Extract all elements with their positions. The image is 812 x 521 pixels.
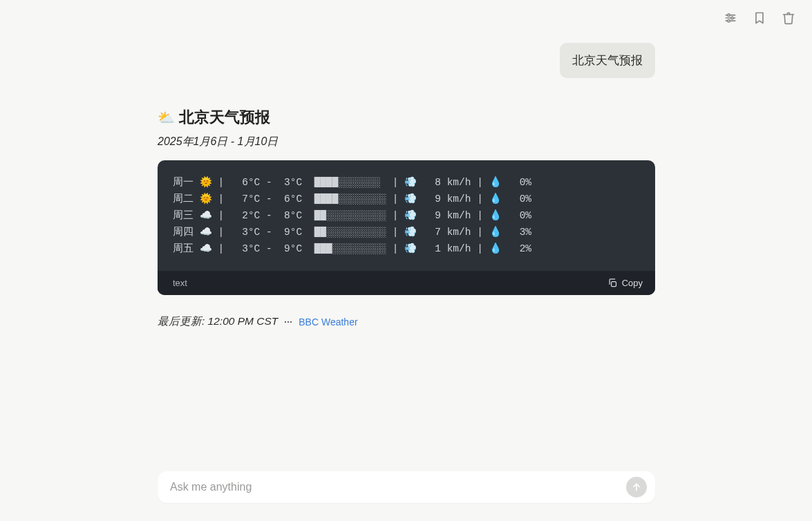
composer — [158, 471, 655, 503]
toolbar — [722, 10, 797, 26]
source-link[interactable]: BBC Weather — [299, 316, 357, 328]
code-block: 周一 🌞 | 6°C - 3°C ████░░░░░░░ | 💨 8 km/h … — [158, 160, 655, 295]
response-heading: ⛅ 北京天气预报 — [158, 107, 655, 128]
heading-text: 北京天气预报 — [179, 107, 270, 128]
code-lang-label: text — [173, 278, 187, 288]
svg-point-5 — [728, 20, 730, 22]
composer-input[interactable] — [170, 481, 618, 493]
code-body: 周一 🌞 | 6°C - 3°C ████░░░░░░░ | 💨 8 km/h … — [158, 160, 655, 271]
bookmark-icon[interactable] — [751, 10, 768, 26]
copy-button[interactable]: Copy — [607, 278, 643, 288]
svg-point-1 — [728, 14, 730, 16]
send-button[interactable] — [626, 477, 647, 498]
trash-icon[interactable] — [780, 10, 797, 26]
assistant-message: ⛅ 北京天气预报 2025年1月6日 - 1月10日 周一 🌞 | 6°C - … — [158, 107, 655, 329]
user-message: 北京天气预报 — [158, 43, 655, 78]
svg-point-3 — [731, 17, 733, 19]
last-update: 最后更新: 12:00 PM CST BBC Weather — [158, 314, 655, 329]
source-favicon — [283, 318, 293, 326]
copy-label: Copy — [622, 278, 643, 288]
chat-area: 北京天气预报 ⛅ 北京天气预报 2025年1月6日 - 1月10日 周一 🌞 |… — [158, 43, 655, 329]
code-footer: text Copy — [158, 271, 655, 295]
copy-icon — [607, 278, 618, 288]
date-range: 2025年1月6日 - 1月10日 — [158, 135, 655, 149]
svg-rect-6 — [611, 282, 616, 287]
last-update-text: 最后更新: 12:00 PM CST — [158, 314, 278, 329]
user-bubble: 北京天气预报 — [560, 43, 655, 78]
weather-icon: ⛅ — [158, 109, 175, 126]
arrow-up-icon — [631, 482, 642, 493]
settings-icon[interactable] — [722, 10, 739, 26]
